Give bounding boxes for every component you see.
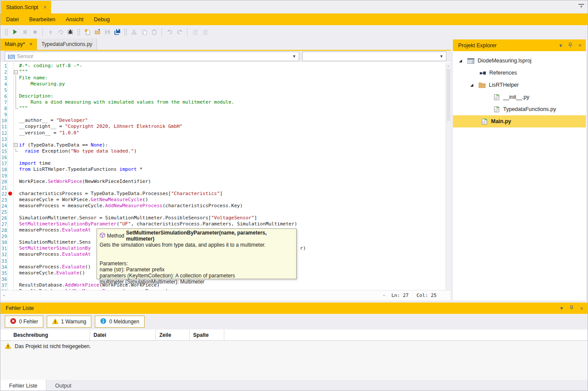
scroll-right-icon[interactable]: ►: [383, 293, 386, 297]
fold-collapse-icon[interactable]: −: [14, 143, 18, 147]
pin-icon[interactable]: [569, 305, 574, 311]
code-line[interactable]: 6Description:: [0, 93, 446, 99]
menu-item-debug[interactable]: Debug: [89, 13, 115, 25]
window-position-icon[interactable]: ▼: [559, 306, 564, 311]
open-folder-button[interactable]: [92, 27, 102, 37]
tree-item-main-py[interactable]: PYMain.py: [453, 115, 586, 127]
filter-label: 0 Fehler: [19, 319, 38, 325]
stop-icon: [32, 29, 38, 35]
tooltip-description: Gets the simulation values from type dat…: [100, 242, 294, 248]
code-line[interactable]: 8""": [0, 105, 446, 111]
filter-button-1-warnung[interactable]: 1 Warnung: [47, 316, 91, 328]
code-line[interactable]: 13: [0, 136, 446, 142]
line-number: 20: [0, 179, 7, 185]
play-button[interactable]: [10, 27, 20, 37]
editor-vertical-scrollbar[interactable]: ▲: [446, 63, 451, 290]
expander-icon[interactable]: ◢: [470, 83, 475, 87]
code-line[interactable]: 27SetMultimeterSimulationByParameter("UF…: [0, 221, 446, 227]
close-icon[interactable]: ×: [43, 4, 47, 10]
code-line[interactable]: 25: [0, 209, 446, 215]
chevron-down-icon[interactable]: ▼: [439, 54, 443, 59]
code-line[interactable]: 9: [0, 111, 446, 117]
tree-item-label: References: [489, 70, 517, 76]
code-line[interactable]: 23measureCycle = WorkPiece.GetNewMeasure…: [0, 197, 446, 203]
toolbar-drag-handle[interactable]: [123, 28, 128, 36]
window-tab-station-script[interactable]: Station.Script ×: [1, 1, 51, 13]
bottom-tab-output[interactable]: Output: [46, 380, 80, 391]
code-line[interactable]: 24measureProcess = measureCycle.AddNewMe…: [0, 203, 446, 209]
new-file-button[interactable]: [82, 27, 92, 37]
save-all-button[interactable]: [112, 27, 122, 37]
window-position-icon[interactable]: ▼: [559, 43, 563, 48]
code-text: __author__ = "Developer": [19, 117, 88, 124]
toolbar-separator: [162, 28, 162, 36]
code-text: measureProcess.EvaluateAt: [19, 251, 91, 257]
close-icon[interactable]: ×: [580, 305, 583, 312]
document-tab-main-py[interactable]: Main.py*×: [0, 39, 37, 50]
code-line[interactable]: 15 raise Exception("No type data loaded.…: [0, 148, 446, 154]
pin-icon[interactable]: [568, 42, 573, 49]
code-line[interactable]: 17import time: [0, 160, 446, 166]
code-line[interactable]: 20WorkPiece.SetWorkPiece(NewWorkPieceIde…: [0, 179, 446, 185]
tree-item-typedatafunctions-py[interactable]: PYTypedataFunctions.py: [453, 103, 586, 115]
code-line[interactable]: 7 Runs a diod measuring with simulated v…: [0, 99, 446, 105]
scroll-up-icon[interactable]: ▲: [447, 64, 450, 67]
code-line[interactable]: 18from LisRTHelper.TypedataFunctions imp…: [0, 166, 446, 173]
tree-item-label: LisRTHelper: [489, 82, 519, 88]
tree-item-init-py[interactable]: PY__init__.py: [453, 91, 586, 103]
fold-guide: [16, 148, 18, 152]
toolbar-drag-handle[interactable]: [77, 28, 81, 36]
scrollbar-thumb[interactable]: [447, 69, 450, 121]
code-line[interactable]: 4 Measuring.py: [0, 81, 446, 87]
code-line[interactable]: 11__copyright__ = "Copyright 2020, Löhne…: [0, 124, 446, 130]
code-line[interactable]: 21: [0, 185, 446, 191]
type-navigator-combobox[interactable]: [@] Sensor ▼: [5, 52, 299, 61]
step-icon: [48, 29, 54, 35]
overflow-chevron-icon[interactable]: ▼: [578, 4, 584, 8]
bug-button[interactable]: [65, 27, 75, 37]
code-line[interactable]: 14−if (TypeData.TypeData == None):: [0, 142, 446, 148]
code-line[interactable]: 10__author__ = "Developer": [0, 117, 446, 124]
code-line[interactable]: 26SimulationMultimeter.Sensor = Simulati…: [0, 215, 446, 221]
bottom-tab-fehler-liste[interactable]: Fehler Liste: [0, 380, 46, 391]
scroll-left-icon[interactable]: ◄: [2, 293, 5, 297]
document-tab-typedatafunctions-py[interactable]: TypedataFunctions.py: [37, 39, 97, 50]
column-header-spalte[interactable]: Spalte: [190, 329, 224, 340]
tree-item-lisrthelper[interactable]: ◢LisRTHelper: [453, 79, 586, 91]
line-number: 11: [0, 124, 7, 130]
code-line[interactable]: 22characteristicsProcess = TypeData.Type…: [0, 191, 446, 197]
code-line[interactable]: 3File name:: [0, 75, 446, 81]
line-number: 31: [0, 245, 7, 251]
undo-icon: [166, 29, 173, 35]
expander-icon[interactable]: ◢: [459, 59, 464, 63]
code-line[interactable]: 16: [0, 154, 446, 160]
paste-button: [149, 27, 159, 37]
menu-item-datei[interactable]: Datei: [1, 13, 24, 25]
column-header-datei[interactable]: Datei: [90, 329, 156, 340]
close-icon[interactable]: ×: [29, 41, 32, 47]
menu-item-bearbeiten[interactable]: Bearbeiten: [24, 13, 60, 25]
filter-button-0-fehler[interactable]: 0 Fehler: [5, 316, 43, 328]
error-list-row[interactable]: Das Projekt ist nicht freigegeben.: [0, 341, 588, 352]
code-line[interactable]: 5: [0, 87, 446, 93]
menu-item-ansicht[interactable]: Ansicht: [61, 13, 89, 25]
line-number: 32: [0, 251, 7, 257]
tree-item-references[interactable]: References: [453, 67, 586, 79]
member-navigator-combobox[interactable]: ▼: [302, 52, 446, 61]
warning-icon: [52, 318, 58, 326]
tree-item-diodemeasuring-lsproj[interactable]: ◢DiodeMeasuring.lsproj: [453, 55, 586, 67]
filter-button-0-meldungen[interactable]: 0 Meldungen: [95, 316, 144, 328]
redo-button: [174, 27, 184, 37]
toolbar-drag-handle[interactable]: [4, 28, 9, 36]
fold-collapse-icon[interactable]: −: [14, 70, 18, 74]
code-line[interactable]: 2−""": [0, 69, 446, 75]
chevron-down-icon[interactable]: ▼: [292, 54, 296, 59]
code-text: SimulationMultimeter.Sens: [19, 239, 91, 245]
code-line[interactable]: 12__version__ = "1.0.0": [0, 130, 446, 136]
close-icon[interactable]: ×: [578, 42, 582, 49]
code-line[interactable]: 1#-*- coding: utf-8 -*-: [0, 63, 446, 69]
column-header-zeile[interactable]: Zeile: [156, 329, 190, 340]
breakpoint-marker[interactable]: [8, 192, 12, 196]
column-header-beschreibung[interactable]: Beschreibung: [0, 329, 90, 340]
code-line[interactable]: 19: [0, 173, 446, 179]
